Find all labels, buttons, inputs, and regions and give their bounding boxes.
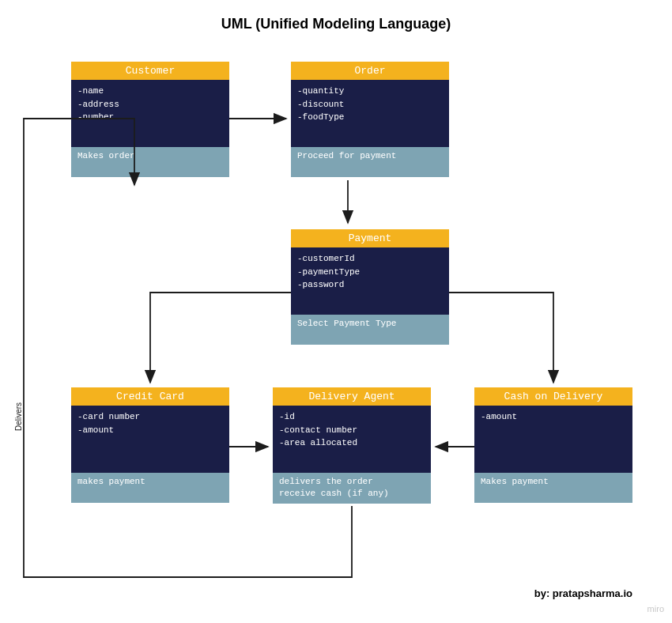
uml-class-credit-card: Credit Card -card number -amount makes p…	[71, 387, 229, 503]
uml-class-order: Order -quantity -discount -foodType Proc…	[291, 62, 449, 177]
class-methods: Makes payment	[474, 473, 632, 503]
arrow-payment-to-creditcard	[150, 293, 291, 383]
class-title: Delivery Agent	[273, 387, 431, 406]
uml-class-delivery-agent: Delivery Agent -id -contact number -area…	[273, 387, 431, 504]
class-methods: Makes order	[71, 147, 229, 177]
arrow-delivery-to-customer	[24, 119, 352, 577]
class-title: Cash on Delivery	[474, 387, 632, 406]
uml-class-customer: Customer -name -address -number Makes or…	[71, 62, 229, 177]
class-attributes: -id -contact number -area allocated	[273, 406, 431, 473]
class-methods: makes payment	[71, 473, 229, 503]
miro-watermark: miro	[647, 604, 664, 614]
class-title: Credit Card	[71, 387, 229, 406]
class-attributes: -quantity -discount -foodType	[291, 80, 449, 147]
uml-class-cash-on-delivery: Cash on Delivery -amount Makes payment	[474, 387, 632, 503]
class-title: Customer	[71, 62, 229, 80]
class-attributes: -card number -amount	[71, 406, 229, 473]
class-attributes: -customerId -paymentType -password	[291, 247, 449, 315]
class-methods: delivers the order receive cash (if any)	[273, 473, 431, 504]
arrow-payment-to-cod	[449, 293, 553, 383]
class-attributes: -name -address -number	[71, 80, 229, 147]
diagram-title: UML (Unified Modeling Language)	[0, 16, 672, 32]
class-title: Payment	[291, 229, 449, 247]
class-title: Order	[291, 62, 449, 80]
class-methods: Proceed for payment	[291, 147, 449, 177]
edge-label-delivers: Delivers	[14, 402, 23, 431]
class-methods: Select Payment Type	[291, 315, 449, 345]
class-attributes: -amount	[474, 406, 632, 473]
uml-class-payment: Payment -customerId -paymentType -passwo…	[291, 229, 449, 345]
attribution-label: by: pratapsharma.io	[534, 587, 632, 599]
